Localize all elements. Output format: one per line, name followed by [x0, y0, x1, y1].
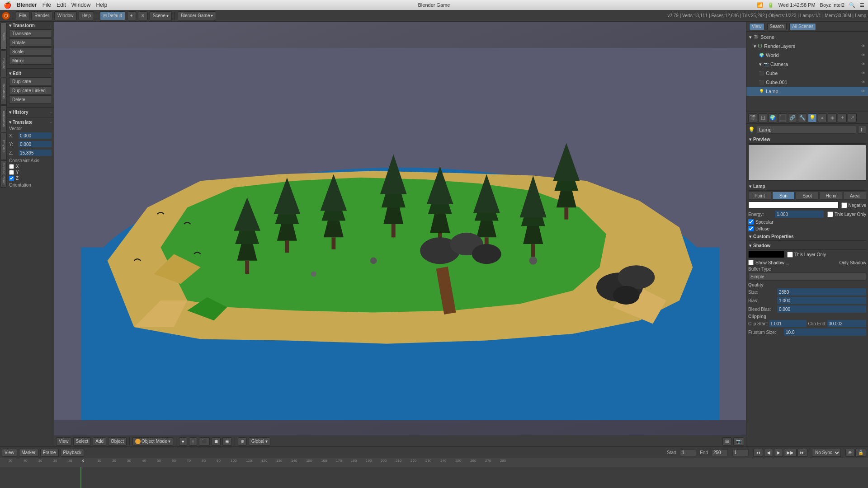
animation-tab[interactable]: Animation — [0, 105, 7, 132]
world-eye[interactable]: 👁 — [861, 53, 865, 57]
create-tab[interactable]: Create — [0, 50, 7, 77]
lamp-item[interactable]: 💡 Lamp 👁 — [746, 87, 868, 96]
point-btn[interactable]: Point — [748, 192, 771, 200]
z-value-field[interactable]: 15.895 — [18, 149, 52, 156]
texture-tab-btn[interactable]: ◈ — [828, 113, 837, 122]
buffer-type-select[interactable]: Simple — [748, 272, 866, 281]
duplicate-btn[interactable]: Duplicate — [9, 77, 52, 85]
timeline-view-btn[interactable]: View — [2, 449, 17, 457]
transform-section-header[interactable]: ▾ Transform – — [7, 22, 54, 29]
bias-value-field[interactable]: 1.000 — [777, 297, 866, 304]
delete-btn[interactable]: Delete — [9, 95, 52, 103]
cube-eye[interactable]: 👁 — [861, 71, 865, 75]
scale-btn[interactable]: Scale — [9, 47, 52, 56]
translate-section-header[interactable]: ▾ Translate – — [7, 118, 54, 126]
orientation-select[interactable]: Global ▾ — [249, 437, 270, 446]
constraints-tab-btn[interactable]: 🔗 — [788, 113, 797, 122]
world-item[interactable]: 🌍 World 👁 — [746, 51, 868, 60]
grease-pencil-tab[interactable]: Grease Pencil — [0, 160, 7, 188]
render-tab-btn[interactable]: 🎬 — [748, 113, 757, 122]
timeline-btn1[interactable]: ⊕ — [845, 449, 854, 457]
negative-checkbox[interactable] — [841, 202, 847, 208]
hemi-btn[interactable]: Hemi — [820, 192, 843, 200]
modifier-tab-btn[interactable]: 🔧 — [798, 113, 807, 122]
diffuse-checkbox[interactable] — [748, 226, 754, 231]
area-btn[interactable]: Area — [843, 192, 866, 200]
relations-tab[interactable]: Relations — [0, 78, 7, 105]
jump-end-btn[interactable]: ⏭ — [797, 449, 807, 457]
physics-tab-btn[interactable]: ↗ — [848, 113, 857, 122]
lamp-color-swatch[interactable] — [748, 202, 839, 209]
play-btn[interactable]: ▶ — [774, 449, 783, 457]
cube001-eye[interactable]: 👁 — [861, 80, 865, 84]
engine-select[interactable]: Blender Game ▾ — [178, 11, 216, 20]
history-section-header[interactable]: ▾ History – — [7, 108, 54, 116]
object-btn[interactable]: Object — [108, 437, 127, 446]
camera-item[interactable]: ▾ 📷 Camera 👁 — [746, 60, 868, 69]
numpad-btn[interactable]: ⊞ — [722, 437, 731, 446]
select-btn[interactable]: Select — [73, 437, 91, 446]
file-menu-btn[interactable]: File — [16, 11, 29, 20]
specular-checkbox[interactable] — [748, 219, 754, 225]
apple-logo[interactable]: 🍎 — [4, 1, 11, 9]
size-value-field[interactable]: 2880 — [777, 288, 866, 296]
y-value-field[interactable]: 0.000 — [18, 141, 52, 148]
all-scenes-tab[interactable]: All Scenes — [789, 23, 816, 30]
lamp-eye[interactable]: 👁 — [861, 89, 865, 94]
this-layer-only-checkbox[interactable] — [827, 211, 833, 217]
render-menu-btn[interactable]: Render — [31, 11, 52, 20]
timeline-marker-btn[interactable]: Marker — [19, 449, 38, 457]
shadow-color-swatch[interactable] — [748, 251, 784, 258]
scene-tab-btn[interactable]: 🎞 — [758, 113, 767, 122]
tools-tab[interactable]: Tools — [0, 23, 7, 50]
scene-select[interactable]: Scene ▾ — [150, 11, 172, 20]
mirror-btn[interactable]: Mirror — [9, 56, 52, 65]
axis-z-checkbox[interactable] — [9, 176, 14, 181]
physics-tab[interactable]: Physics — [0, 133, 7, 160]
clip-start-field[interactable]: 1.001 — [769, 320, 807, 327]
view-tab[interactable]: View — [749, 23, 764, 30]
current-frame-field[interactable]: 1 — [732, 449, 749, 456]
mode-select[interactable]: Object Mode ▾ — [132, 437, 173, 446]
material-tab-btn[interactable]: ● — [818, 113, 827, 122]
renderlayers-eye[interactable]: 👁 — [861, 44, 865, 48]
lamp-name-input[interactable] — [757, 126, 856, 134]
search-icon[interactable]: 🔍 — [849, 2, 855, 8]
start-field[interactable]: 1 — [680, 449, 696, 456]
help-menu[interactable]: Help — [96, 2, 107, 8]
energy-value-field[interactable]: 1.000 — [775, 211, 824, 218]
preview-section[interactable]: ▾ Preview — [748, 136, 866, 144]
window-menu[interactable]: Window — [71, 2, 91, 8]
bleed-bias-value-field[interactable]: 0.000 — [777, 305, 866, 313]
translate-btn[interactable]: Translate — [9, 29, 52, 38]
axis-x-checkbox[interactable] — [9, 164, 14, 169]
next-frame-btn[interactable]: ▶▶ — [784, 449, 797, 457]
particles-tab-btn[interactable]: ✦ — [838, 113, 847, 122]
lamp-section[interactable]: ▾ Lamp — [748, 183, 866, 191]
sun-btn[interactable]: Sun — [772, 192, 795, 200]
timeline-frame-btn[interactable]: Frame — [40, 449, 59, 457]
edit-menu[interactable]: Edit — [57, 2, 66, 8]
renderlayers-item[interactable]: ▾ 🎞 RenderLayers 👁 — [746, 42, 868, 51]
add-btn[interactable]: Add — [93, 437, 106, 446]
delete-scene-btn[interactable]: ✕ — [138, 11, 148, 20]
pivot-btn[interactable]: ⊕ — [238, 437, 247, 446]
cube-item[interactable]: ⬛ Cube 👁 — [746, 69, 868, 78]
duplicate-linked-btn[interactable]: Duplicate Linked — [9, 86, 52, 94]
notification-icon[interactable]: ☰ — [860, 2, 864, 8]
shadow-this-layer-checkbox[interactable] — [787, 252, 793, 258]
f-button[interactable]: F — [858, 126, 866, 134]
wireframe-btn[interactable]: ○ — [189, 437, 197, 446]
timeline-btn2[interactable]: 🔒 — [855, 449, 866, 457]
render-btn[interactable]: ◉ — [222, 437, 232, 446]
blender-menu[interactable]: Blender — [17, 2, 37, 8]
search-tab[interactable]: Search — [767, 23, 787, 30]
sync-select[interactable]: No Sync — [812, 449, 841, 457]
scene-item[interactable]: ▾ 🎬 Scene — [746, 33, 868, 42]
object-tab-btn[interactable]: ⬛ — [778, 113, 787, 122]
timeline-content[interactable] — [0, 467, 868, 488]
window-menu-btn[interactable]: Window — [54, 11, 77, 20]
view-btn[interactable]: View — [56, 437, 71, 446]
camera-eye[interactable]: 👁 — [861, 62, 865, 66]
camera-btn[interactable]: 📷 — [733, 437, 744, 446]
